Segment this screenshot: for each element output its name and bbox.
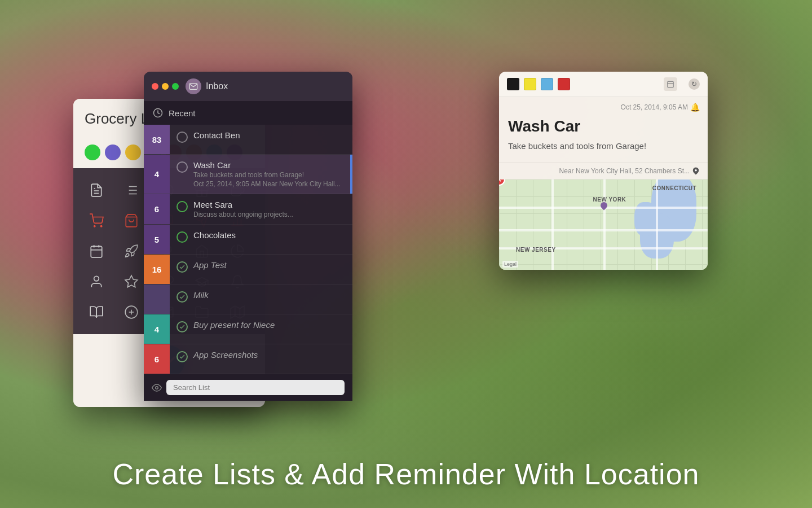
- task-name: Milk: [193, 290, 346, 300]
- task-circle[interactable]: [176, 351, 188, 362]
- icon-rocket[interactable]: [117, 237, 145, 265]
- task-content: Milk: [170, 284, 352, 314]
- count-badge: 6: [144, 194, 170, 224]
- detail-panel: ↻ Oct 25, 2014, 9:05 AM 🔔 Wash Car Take …: [499, 72, 708, 270]
- task-content: Meet Sara Discuss about ongoing projects…: [170, 194, 352, 224]
- task-subtitle: Discuss about ongoing projects...: [193, 211, 346, 218]
- task-row[interactable]: 6 App Screenshots: [144, 344, 352, 374]
- icon-coin[interactable]: [117, 298, 145, 326]
- map-label-nj: NEW JERSEY: [516, 247, 556, 253]
- task-name: Meet Sara: [193, 200, 346, 209]
- task-text: Chocolates: [193, 230, 346, 240]
- task-content: Buy present for Niece: [170, 314, 352, 344]
- svg-point-15: [101, 226, 102, 227]
- icon-document[interactable]: [82, 176, 111, 204]
- task-text: Meet Sara Discuss about ongoing projects…: [193, 200, 346, 218]
- count-badge: 16: [144, 255, 170, 284]
- color-yellow[interactable]: [125, 144, 141, 160]
- icon-book[interactable]: [82, 298, 111, 326]
- traffic-lights: [152, 83, 179, 90]
- task-row[interactable]: 16 App Test: [144, 255, 352, 284]
- eye-icon: [152, 383, 162, 393]
- icon-list[interactable]: [117, 176, 145, 204]
- road: [603, 179, 606, 270]
- svg-point-36: [156, 386, 158, 389]
- map-label-ct: CONNECTICUT: [652, 185, 696, 191]
- count-badge: 83: [144, 125, 170, 154]
- task-text: Milk: [193, 290, 346, 300]
- map-background: NEW JERSEY NEW YORK CONNECTICUT Legal: [499, 179, 708, 270]
- task-subtitle: Take buckets and tools from Garage!: [193, 171, 343, 179]
- map-container: × NEW JERSEY NEW YORK CONNECTICUT Legal: [499, 179, 708, 270]
- task-circle[interactable]: [176, 291, 188, 303]
- svg-point-39: [695, 169, 697, 172]
- inbox-icon: [186, 78, 201, 94]
- detail-body: Take buckets and tools from Garage!: [499, 139, 708, 162]
- tagline: Create Lists & Add Reminder With Locatio…: [0, 457, 812, 491]
- svg-marker-28: [126, 275, 138, 287]
- task-name: Buy present for Niece: [193, 320, 346, 330]
- task-text: Wash Car Take buckets and tools from Gar…: [193, 160, 343, 188]
- selection-indicator: [350, 155, 352, 194]
- color-green[interactable]: [85, 144, 100, 160]
- task-circle[interactable]: [176, 132, 188, 143]
- icon-bag[interactable]: [117, 207, 145, 235]
- count-badge: 4: [144, 314, 170, 344]
- location-icon: [692, 167, 700, 175]
- icon-person[interactable]: [82, 268, 111, 296]
- task-content: App Screenshots: [170, 344, 352, 374]
- task-meta: Oct 25, 2014, 9:05 AM Near New York City…: [193, 180, 343, 188]
- task-circle[interactable]: [176, 231, 188, 243]
- count-badge: 6: [144, 344, 170, 374]
- map-label-ny: NEW YORK: [593, 196, 626, 203]
- task-name: Chocolates: [193, 230, 346, 240]
- refresh-icon[interactable]: ↻: [689, 78, 700, 90]
- task-text: Contact Ben: [193, 130, 346, 140]
- search-input[interactable]: [166, 380, 345, 395]
- task-row[interactable]: 4 Wash Car Take buckets and tools from G…: [144, 155, 352, 194]
- task-text: App Screenshots: [193, 350, 346, 360]
- close-button[interactable]: [152, 83, 158, 90]
- count-badge: [144, 284, 170, 314]
- recent-header: Recent: [144, 101, 352, 125]
- task-name: Contact Ben: [193, 130, 346, 140]
- right-titlebar: ↻: [499, 72, 708, 97]
- icon-cart[interactable]: [82, 207, 111, 235]
- detail-title: Wash Car: [499, 115, 708, 139]
- task-circle[interactable]: [176, 201, 188, 212]
- task-text: Buy present for Niece: [193, 320, 346, 330]
- svg-rect-21: [91, 246, 102, 257]
- count-badge: 4: [144, 155, 170, 194]
- detail-location: Near New York City Hall, 52 Chambers St.…: [499, 162, 708, 179]
- map-legal: Legal: [502, 261, 518, 268]
- task-row[interactable]: 5 Chocolates: [144, 225, 352, 255]
- road: [551, 179, 554, 270]
- task-text: App Test: [193, 260, 346, 270]
- icon-calendar[interactable]: [82, 237, 111, 265]
- task-circle[interactable]: [176, 161, 188, 173]
- task-row[interactable]: 4 Buy present for Niece: [144, 314, 352, 344]
- task-circle[interactable]: [176, 321, 188, 332]
- color-swatch-yellow[interactable]: [524, 78, 536, 90]
- task-content: Contact Ben: [170, 125, 352, 154]
- color-swatch-black[interactable]: [507, 78, 519, 90]
- task-content: App Test: [170, 255, 352, 284]
- color-swatch-blue[interactable]: [541, 78, 553, 90]
- task-name: App Screenshots: [193, 350, 346, 360]
- detail-datetime: Oct 25, 2014, 9:05 AM 🔔: [499, 97, 708, 115]
- task-row[interactable]: 6 Meet Sara Discuss about ongoing projec…: [144, 194, 352, 225]
- task-row[interactable]: Milk: [144, 284, 352, 314]
- task-row[interactable]: 83 Contact Ben: [144, 125, 352, 155]
- color-purple[interactable]: [105, 144, 121, 160]
- task-circle[interactable]: [176, 261, 188, 273]
- search-bar: [144, 374, 352, 401]
- minimize-button[interactable]: [162, 83, 169, 90]
- task-name: App Test: [193, 260, 346, 270]
- color-swatch-red[interactable]: [558, 78, 570, 90]
- maximize-button[interactable]: [172, 83, 179, 90]
- svg-point-14: [94, 226, 95, 227]
- icon-star[interactable]: [117, 268, 145, 296]
- task-content: Wash Car Take buckets and tools from Gar…: [170, 155, 350, 194]
- calendar-icon[interactable]: [664, 77, 677, 91]
- recent-label: Recent: [169, 108, 196, 118]
